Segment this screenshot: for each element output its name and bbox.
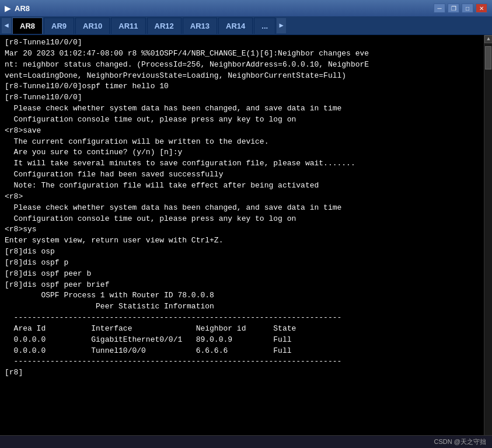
tab-ar9[interactable]: AR9 — [44, 18, 74, 34]
terminal-line: [r8]dis ospf p — [5, 258, 479, 269]
terminal-output[interactable]: [r8-Tunnel10/0/0]Mar 20 2023 01:02:47-08… — [0, 35, 484, 448]
terminal-line: <r8>save — [5, 126, 479, 137]
tab-ar10[interactable]: AR10 — [75, 18, 110, 34]
tab-ar14[interactable]: AR14 — [218, 18, 253, 34]
tab-next-button[interactable]: ▶ — [276, 18, 287, 34]
terminal-line: Note: The configuration file will take e… — [5, 180, 479, 192]
tab-ellipsis[interactable]: ... — [254, 18, 275, 34]
window-title: AR8 — [15, 4, 434, 13]
scrollbar-track[interactable] — [484, 43, 492, 440]
status-bar: CSDN @天之守拙 — [0, 435, 492, 448]
tab-ar13[interactable]: AR13 — [183, 18, 217, 34]
terminal-line: 0.0.0.0 GigabitEthernet0/0/1 89.0.0.9 Fu… — [5, 335, 479, 346]
terminal-line: Configuration console time out, please p… — [5, 214, 479, 225]
terminal-line: Enter system view, return user view with… — [5, 235, 479, 246]
terminal-line: <r8>sys — [5, 224, 479, 235]
terminal-line: Configuration console time out, please p… — [5, 114, 479, 126]
app-icon: ▶ — [5, 4, 11, 13]
terminal-line: Peer Statistic Information — [5, 301, 479, 312]
terminal-line: [r8]dis ospf peer b — [5, 269, 479, 280]
minimize-button[interactable]: ─ — [434, 4, 445, 13]
terminal-line: The current configuration will be writte… — [5, 137, 479, 148]
terminal-line: [r8]dis ospf peer brief — [5, 280, 479, 291]
title-bar: ▶ AR8 ─ ❐ □ ✕ — [0, 0, 492, 16]
terminal-line: ----------------------------------------… — [5, 312, 479, 324]
restore-button[interactable]: ❐ — [448, 4, 459, 13]
terminal-line: ----------------------------------------… — [5, 356, 479, 367]
terminal-line: Please check whether system data has bee… — [5, 103, 479, 114]
window-controls: ─ ❐ □ ✕ — [434, 4, 487, 13]
terminal-line: Are you sure to continue? (y/n) [n]:y — [5, 147, 479, 158]
tabs-container: AR8AR9AR10AR11AR12AR13AR14... — [12, 18, 276, 34]
terminal-line: <r8> — [5, 192, 479, 203]
scrollbar-thumb[interactable] — [485, 46, 491, 70]
close-button[interactable]: ✕ — [476, 4, 487, 13]
terminal-line: [r8-Tunnel10/0/0]ospf timer hello 10 — [5, 81, 479, 92]
terminal-line: Area Id Interface Neighbor id State — [5, 324, 479, 335]
terminal-line: [r8-Tunnel10/0/0] — [5, 37, 479, 48]
terminal-line: [r8] — [5, 367, 479, 378]
terminal-line: Mar 20 2023 01:02:47-08:00 r8 %%01OSPF/4… — [5, 48, 479, 60]
terminal-line: 0.0.0.0 Tunnel10/0/0 6.6.6.6 Full — [5, 346, 479, 357]
scrollbar[interactable]: ▲ ▼ — [484, 35, 492, 448]
terminal-line: vent=LoadingDone, NeighborPreviousState=… — [5, 71, 479, 82]
tab-ar8[interactable]: AR8 — [12, 18, 43, 34]
terminal-line: Please check whether system data has bee… — [5, 203, 479, 214]
terminal-line: nt: neighbor status changed. (ProcessId=… — [5, 60, 479, 71]
maximize-button[interactable]: □ — [462, 4, 473, 13]
terminal-line: [r8-Tunnel10/0/0] — [5, 92, 479, 103]
terminal-container: [r8-Tunnel10/0/0]Mar 20 2023 01:02:47-08… — [0, 35, 492, 448]
tab-ar12[interactable]: AR12 — [147, 18, 182, 34]
terminal-line: It will take several minutes to save con… — [5, 158, 479, 169]
tab-ar11[interactable]: AR11 — [111, 18, 145, 34]
tab-bar: ◀ AR8AR9AR10AR11AR12AR13AR14... ▶ — [0, 16, 492, 35]
scrollbar-up-button[interactable]: ▲ — [484, 35, 492, 43]
terminal-line: OSPF Process 1 with Router ID 78.0.0.8 — [5, 290, 479, 301]
terminal-line: Configuration file had been saved succes… — [5, 169, 479, 180]
tab-prev-button[interactable]: ◀ — [1, 18, 12, 34]
status-text: CSDN @天之守拙 — [434, 437, 486, 446]
terminal-line: [r8]dis osp — [5, 246, 479, 258]
